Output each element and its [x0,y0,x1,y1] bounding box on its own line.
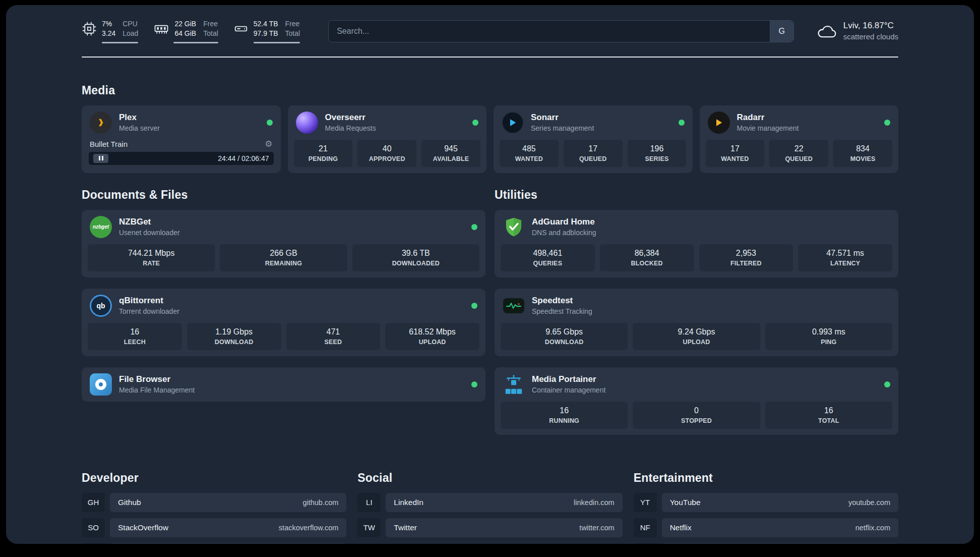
stat-label: LEECH [124,339,146,346]
playback-time: 24:44 / 02:06:47 [218,154,269,162]
stat-tile: 21 PENDING [294,140,353,167]
stat-value: 86,384 [635,249,659,258]
service-card-sonarr[interactable]: Sonarr Series management 485 WANTED 17 Q… [494,105,693,173]
stat-value: 47.571 ms [826,249,864,258]
service-card-filebrowser[interactable]: File Browser Media File Management [82,367,485,402]
service-subtitle: Container management [532,386,605,394]
disk-free: 52.4 TB [254,19,278,29]
stat-value: 1.19 Gbps [215,327,253,337]
stat-value: 2,953 [736,249,756,258]
stat-value: 945 [444,144,458,153]
stat-value: 22 [794,144,804,153]
service-subtitle: DNS and adblocking [532,229,596,237]
service-name: Media Portainer [532,374,605,384]
bookmark-twitter[interactable]: TW Twitter twitter.com [357,518,622,537]
stat-label: WANTED [721,155,749,162]
service-name: AdGuard Home [532,217,596,227]
stat-label: REMAINING [265,260,302,267]
bookmark-netflix[interactable]: NF Netflix netflix.com [634,518,898,537]
stat-value: 17 [588,144,597,153]
service-card-plex[interactable]: Plex Media server Bullet Train ⚙ 24:44 /… [82,105,281,173]
stat-tile: 16 RUNNING [501,402,628,429]
bookmark-name: YouTube [670,498,701,507]
disk-total: 97.9 TB [254,29,278,38]
stat-label: QUEUED [579,155,607,162]
search-provider-button[interactable]: G [770,21,793,42]
now-playing-title: Bullet Train [90,140,128,148]
service-subtitle: Media server [119,124,160,132]
stat-value: 17 [730,144,740,153]
service-card-adguard[interactable]: AdGuard Home DNS and adblocking 498,461 … [495,210,898,277]
stat-label: QUEUED [785,155,813,162]
stat-value: 16 [130,327,139,337]
section-title-entertainment: Entertainment [634,471,898,485]
speedtest-icon [503,295,525,317]
status-dot-online [471,224,477,230]
service-card-nzbget[interactable]: nzbget NZBGet Usenet downloader 744.21 M… [82,210,485,277]
stat-value: 744.21 Mbps [128,249,175,258]
bookmark-group-developer: Developer GH Github github.com SO StackO… [82,471,346,544]
search-bar: G [328,20,794,42]
stat-label: DOWNLOAD [545,339,584,346]
bookmark-linkedin[interactable]: LI LinkedIn linkedin.com [357,493,622,512]
bookmark-name: StackOverflow [118,523,168,532]
bookmark-abbr: YT [634,493,657,512]
service-name: Overseerr [325,113,376,123]
status-dot-online [679,120,685,126]
service-name: qBittorrent [119,296,179,306]
bookmark-name: Twitter [394,523,417,532]
bookmark-youtube[interactable]: YT YouTube youtube.com [634,493,898,512]
status-dot-online [472,120,478,126]
service-card-overseerr[interactable]: Overseerr Media Requests 21 PENDING 40 A… [288,105,487,173]
disk-meter-bar [254,42,300,43]
service-card-radarr[interactable]: Radarr Movie management 17 WANTED 22 QUE… [700,105,899,173]
bookmark-dev[interactable]: DT DEV dev.to [82,543,346,544]
playback-bar: 24:44 / 02:06:47 [89,152,274,165]
section-title-developer: Developer [82,471,346,485]
stat-label: LATENCY [830,260,861,267]
stat-value: 266 GB [270,249,297,258]
service-card-qbittorrent[interactable]: qb qBittorrent Torrent downloader 16 LEE… [82,289,485,356]
stat-tile: 471 SEED [286,323,381,350]
cpu-load-label: Load [122,29,138,38]
service-subtitle: Movie management [737,124,799,132]
stat-value: 834 [856,144,870,153]
bookmark-group-social: Social LI LinkedIn linkedin.com TW Twitt… [357,471,622,544]
bookmark-reddit[interactable]: RE Reddit reddit.com [634,543,898,544]
stat-value: 471 [327,327,340,337]
stat-label: AVAILABLE [433,155,469,162]
stat-value: 485 [522,144,536,153]
stat-tile: 86,384 BLOCKED [600,244,694,271]
service-card-portainer[interactable]: Media Portainer Container management 16 … [495,367,898,435]
stat-tile: 22 QUEUED [769,140,828,167]
stat-tile: 9.65 Gbps DOWNLOAD [501,323,628,350]
disk-icon [233,21,249,36]
bookmark-url: youtube.com [848,498,890,507]
service-name: Radarr [737,113,799,123]
bookmark-group-entertainment: Entertainment YT YouTube youtube.com NF … [634,471,898,544]
search-input[interactable] [329,21,770,42]
cpu-load-avg: 3.24 [102,29,115,38]
service-card-speedtest[interactable]: Speedtest Speedtest Tracking 9.65 Gbps D… [495,289,898,356]
bookmark-github[interactable]: GH Github github.com [82,493,346,512]
bookmark-name: Netflix [670,523,692,532]
plex-icon [90,112,112,134]
stat-tile: 0.993 ms PING [765,323,892,350]
bookmarks-grid: Developer GH Github github.com SO StackO… [82,471,898,544]
disk-widget: 52.4 TB 97.9 TB Free Total [233,19,300,43]
service-name: Speedtest [532,296,592,306]
bookmark-url: github.com [302,498,338,507]
bookmark-name: Github [118,498,141,507]
cloud-icon [816,23,837,39]
service-name: Sonarr [531,113,594,123]
stat-value: 16 [560,406,569,415]
stat-label: STOPPED [681,417,712,424]
stat-label: PENDING [309,155,338,162]
gear-icon[interactable]: ⚙ [265,140,272,148]
service-name: NZBGet [119,217,180,227]
header-divider [82,57,898,58]
bookmark-stackoverflow[interactable]: SO StackOverflow stackoverflow.com [82,518,346,537]
memory-free-label: Free [203,19,218,29]
bookmark-abbr: GH [82,493,105,512]
bookmark-url: netflix.com [855,524,890,532]
